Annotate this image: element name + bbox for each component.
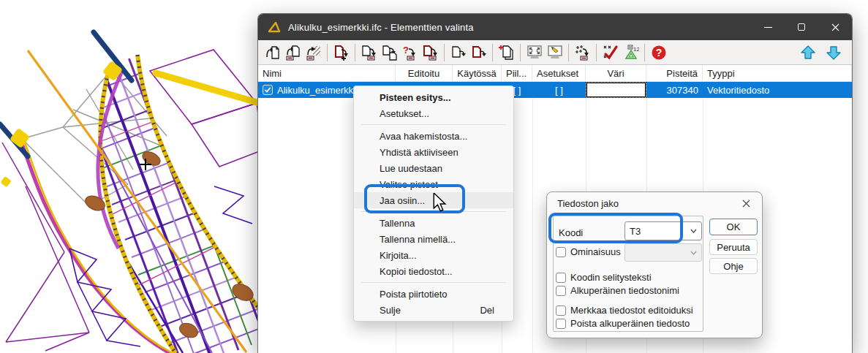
menu-item-tallenna-nimella[interactable]: Tallenna nimellä... <box>354 231 513 247</box>
toolbar-separator <box>444 44 445 61</box>
menu-item-yhdista-aktiiviseen[interactable]: Yhdistä aktiiviseen <box>354 144 513 160</box>
draw-view-icon <box>547 45 563 61</box>
column-header-editoitu[interactable]: Editoitu <box>396 65 453 81</box>
cancel-button[interactable]: Peruuta <box>709 239 758 255</box>
dialog-titlebar[interactable]: Tiedoston jako <box>547 192 762 214</box>
column-header-vari[interactable]: Väri <box>586 65 646 81</box>
ominaisuus-checkbox-row[interactable]: Ominaisuus <box>556 246 621 257</box>
points-to-format-button[interactable] <box>573 42 592 62</box>
window-title: Alikulku_esimerkki.ifc - Elementtien val… <box>288 22 474 33</box>
ominaisuus-combobox <box>624 243 702 262</box>
toolbar-separator <box>596 44 597 61</box>
write-file-button[interactable] <box>448 42 468 62</box>
maximize-icon <box>798 23 805 31</box>
dialog-close-button[interactable] <box>739 196 753 210</box>
add-file-button[interactable] <box>331 42 351 62</box>
open-hatch-icon <box>306 45 322 61</box>
save-query-icon: ? <box>402 45 418 61</box>
save-to-format-icon <box>361 45 377 61</box>
add-file-icon <box>333 45 350 61</box>
save-as-file-icon <box>382 45 398 61</box>
save-to-format-button[interactable] <box>359 42 379 62</box>
close-button[interactable] <box>818 14 852 40</box>
open-file-format-icon <box>285 45 301 61</box>
column-header-kaytossa[interactable]: Käytössä <box>453 65 502 81</box>
menu-item-valitse-pisteet[interactable]: Valitse pisteet <box>354 176 513 192</box>
menu-item-kopioi-tiedostot[interactable]: Kopioi tiedostot... <box>354 263 513 279</box>
column-header-piilota[interactable]: Piil... <box>502 65 532 81</box>
ominaisuus-label: Ominaisuus <box>570 246 621 257</box>
mouse-cursor <box>432 193 450 212</box>
menu-item-tallenna[interactable]: Tallenna <box>354 215 513 231</box>
open-hatch-button[interactable] <box>303 42 323 62</box>
checkbox-label: Merkkaa tiedostot editoiduksi <box>570 305 693 316</box>
menu-item-label: Sulje <box>380 305 401 316</box>
menu-item-lue-uudestaan[interactable]: Lue uudestaan <box>354 160 513 176</box>
toolbar-separator <box>568 44 569 61</box>
row-cell-pisteita: 307340 <box>646 82 703 98</box>
titlebar[interactable]: Alikulku_esimerkki.ifc - Elementtien val… <box>258 14 852 40</box>
help-dialog-button[interactable]: Ohje <box>709 258 758 274</box>
toolbar: ? 12 <box>258 40 852 65</box>
column-header-nimi[interactable]: Nimi <box>258 65 396 81</box>
open-file-button[interactable] <box>263 42 282 62</box>
row-cell-tyyppi: Vektoritiedosto <box>703 82 852 98</box>
help-button[interactable]: ? <box>649 42 668 62</box>
koodin-selitysteksti-checkbox[interactable] <box>556 273 566 283</box>
draw-view-button[interactable] <box>545 42 565 62</box>
triangle-code-button[interactable]: 12 <box>621 42 641 62</box>
menu-item-asetukset[interactable]: Asetukset... <box>354 105 513 121</box>
menu-item-avaa-hakemistosta[interactable]: Avaa hakemistosta... <box>354 128 513 144</box>
toolbar-separator <box>644 44 645 61</box>
merkkaa-tiedostot-row[interactable]: Merkkaa tiedostot editoiduksi <box>556 305 693 316</box>
write-edited-button[interactable] <box>469 42 488 62</box>
checkbox-label: Koodin selitysteksti <box>570 272 652 283</box>
menu-item-sulje[interactable]: Sulje Del <box>354 302 513 318</box>
copy-files-button[interactable] <box>497 42 516 62</box>
merkkaa-tiedostot-checkbox[interactable] <box>556 305 566 316</box>
points-to-format-icon <box>575 45 591 61</box>
row-cell-vari[interactable] <box>586 82 646 98</box>
table-row[interactable]: Alikulku_esimerkki.ifc [ ] [ ] 307340 Ve… <box>258 82 852 98</box>
svg-text:?: ? <box>403 45 409 56</box>
column-header-tyyppi[interactable]: Tyyppi <box>703 65 852 81</box>
write-edited-icon <box>471 45 487 61</box>
save-edited-icon <box>423 45 439 61</box>
koodi-combobox[interactable]: T3 <box>624 221 702 240</box>
toolbar-separator <box>355 44 355 61</box>
toolbar-separator <box>492 44 493 61</box>
poista-alkuperainen-checkbox[interactable] <box>556 319 566 329</box>
koodi-value: T3 <box>630 226 641 237</box>
move-up-button[interactable] <box>798 42 818 62</box>
graphics-viewport[interactable] <box>0 0 263 353</box>
triangle-code-icon: 12 <box>623 45 639 61</box>
poista-alkuperainen-row[interactable]: Poista alkuperäinen tiedosto <box>556 318 690 329</box>
fit-view-button[interactable] <box>524 42 544 62</box>
ok-button[interactable]: OK <box>709 219 758 235</box>
fit-view-icon <box>527 45 543 61</box>
maximize-button[interactable] <box>785 14 818 40</box>
menu-item-poista-piirtotieto[interactable]: Poista piirtotieto <box>354 286 513 302</box>
menu-item-pisteen-esitys[interactable]: Pisteen esitys... <box>354 89 513 105</box>
save-as-file-button[interactable] <box>380 42 399 62</box>
save-query-button[interactable]: ? <box>400 42 420 62</box>
copy-files-icon <box>499 45 515 61</box>
alkuperainen-tiedostonimi-checkbox[interactable] <box>556 286 566 296</box>
move-down-button[interactable] <box>823 42 843 62</box>
open-file-format-button[interactable] <box>283 42 303 62</box>
alkuperainen-tiedostonimi-row[interactable]: Alkuperäinen tiedostonimi <box>556 285 679 296</box>
row-checkbox[interactable] <box>263 85 273 95</box>
column-header-asetukset[interactable]: Asetukset <box>532 65 586 81</box>
toolbar-separator <box>520 44 521 61</box>
menu-item-kirjoita[interactable]: Kirjoita... <box>354 247 513 263</box>
check-points-button[interactable] <box>600 42 620 62</box>
koodin-selitysteksti-row[interactable]: Koodin selitysteksti <box>556 272 652 283</box>
minimize-button[interactable] <box>751 14 785 40</box>
save-edited-button[interactable] <box>420 42 440 62</box>
svg-text:12: 12 <box>633 46 639 53</box>
menu-separator <box>361 124 506 125</box>
column-header-pisteita[interactable]: Pisteitä <box>646 65 703 81</box>
ominaisuus-checkbox[interactable] <box>556 247 566 257</box>
row-cell-asetukset: [ ] <box>532 82 586 98</box>
dialog-title: Tiedoston jako <box>557 198 619 209</box>
